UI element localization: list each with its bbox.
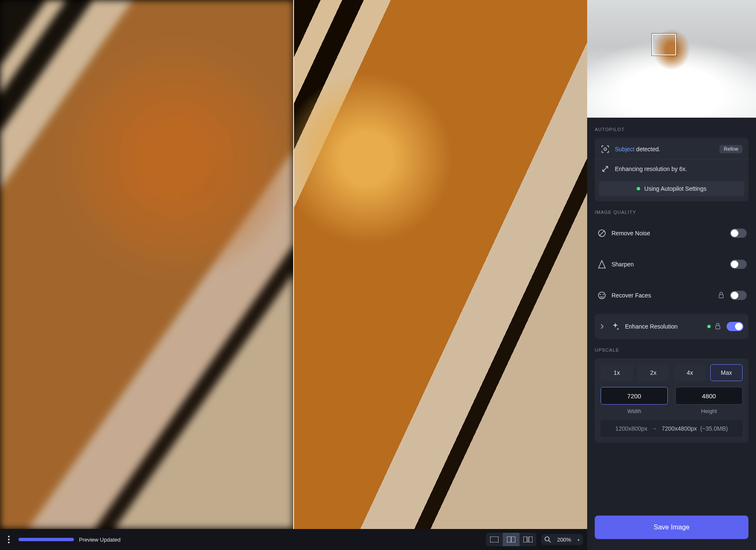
sharpen-row: Sharpen <box>595 252 748 277</box>
noise-icon <box>596 228 607 239</box>
svg-point-8 <box>545 537 549 541</box>
zoom-value: 200% <box>555 537 573 543</box>
view-side-by-side-button[interactable] <box>520 533 536 546</box>
zoom-icon <box>544 536 551 543</box>
thumbnail-viewport-box[interactable] <box>652 34 676 55</box>
status-dot-icon <box>707 325 711 328</box>
lock-icon <box>715 323 722 330</box>
save-image-button[interactable]: Save Image <box>595 516 748 539</box>
thumbnail-navigator[interactable] <box>587 0 756 118</box>
chevron-right-icon <box>600 324 607 329</box>
sharpen-toggle[interactable] <box>730 260 747 269</box>
refine-button[interactable]: Refine <box>719 145 743 153</box>
enhance-resolution-text: Enhancing resolution by 6x. <box>615 166 687 172</box>
svg-rect-15 <box>719 295 723 298</box>
upscale-card: 1x 2x 4x Max 7200 Width 4800 Height <box>595 358 748 443</box>
svg-point-10 <box>604 148 606 150</box>
scale-1x-button[interactable]: 1x <box>601 364 633 381</box>
autopilot-heading: AUTOPILOT <box>595 127 748 132</box>
face-icon <box>596 290 607 301</box>
svg-point-12 <box>598 292 605 299</box>
sharpen-icon <box>596 259 607 270</box>
svg-point-2 <box>8 542 10 543</box>
preview-after-image <box>294 0 587 529</box>
bottom-toolbar: Preview Updated 200% ▲ <box>0 529 587 550</box>
status-dot-icon <box>637 187 640 190</box>
scale-2x-button[interactable]: 2x <box>637 364 669 381</box>
lock-icon <box>718 292 726 299</box>
scale-4x-button[interactable]: 4x <box>674 364 706 381</box>
preview-pane: Preview Updated 200% ▲ <box>0 0 587 550</box>
preview-canvas[interactable] <box>0 0 587 529</box>
svg-rect-3 <box>490 537 499 542</box>
subject-detected-text: Subject detected. <box>615 146 660 153</box>
progress-fill <box>18 538 74 541</box>
recover-faces-toggle[interactable] <box>730 291 747 300</box>
arrow-icon: → <box>651 425 657 432</box>
enhance-resolution-toggle[interactable] <box>727 322 743 331</box>
preview-before-image <box>0 0 294 529</box>
enhance-resolution-row[interactable]: Enhance Resolution <box>595 314 748 339</box>
side-panel: AUTOPILOT Subject detected. Refine Enhan… <box>587 0 756 550</box>
progress-bar <box>18 538 74 541</box>
image-quality-heading: IMAGE QUALITY <box>595 210 748 215</box>
more-vert-icon <box>8 536 10 543</box>
to-resolution: 7200x4800px <box>662 425 697 432</box>
single-view-icon <box>490 537 499 542</box>
svg-rect-6 <box>523 537 527 542</box>
expand-icon <box>601 164 610 174</box>
remove-noise-row: Remove Noise <box>595 221 748 246</box>
status-text: Preview Updated <box>79 537 121 543</box>
resolution-summary: 1200x800px → 7200x4800px (~35.0MB) <box>601 420 743 437</box>
subject-link[interactable]: Subject <box>615 146 635 153</box>
zoom-control[interactable]: 200% ▲ <box>541 534 583 545</box>
scale-factor-group: 1x 2x 4x Max <box>601 364 743 381</box>
autopilot-card: Subject detected. Refine Enhancing resol… <box>595 138 748 201</box>
enhance-resolution-label: Enhance Resolution <box>625 323 707 330</box>
compare-divider[interactable] <box>293 0 294 529</box>
subject-detect-icon <box>601 145 610 154</box>
svg-line-9 <box>549 541 551 543</box>
recover-faces-label: Recover Faces <box>612 292 718 299</box>
scale-max-button[interactable]: Max <box>710 364 743 381</box>
svg-point-14 <box>603 295 604 295</box>
view-split-button[interactable] <box>503 533 520 546</box>
view-mode-group <box>486 533 536 546</box>
svg-rect-16 <box>716 326 720 329</box>
remove-noise-label: Remove Noise <box>612 230 730 237</box>
svg-point-0 <box>8 536 10 537</box>
autopilot-settings-label: Using Autopilot Settings <box>644 185 706 192</box>
recover-faces-row: Recover Faces <box>595 283 748 308</box>
sharpen-label: Sharpen <box>612 261 730 268</box>
height-input[interactable]: 4800 <box>675 387 743 405</box>
caret-up-icon: ▲ <box>577 537 580 542</box>
dual-view-icon <box>523 537 533 542</box>
from-resolution: 1200x800px <box>615 425 647 432</box>
more-menu-button[interactable] <box>4 533 13 546</box>
width-label: Width <box>627 408 641 414</box>
autopilot-settings-button[interactable]: Using Autopilot Settings <box>599 181 744 196</box>
svg-point-13 <box>601 295 601 295</box>
view-single-button[interactable] <box>486 533 503 546</box>
svg-point-1 <box>8 539 10 540</box>
remove-noise-toggle[interactable] <box>730 229 747 238</box>
upscale-heading: UPSCALE <box>595 347 748 353</box>
width-input[interactable]: 7200 <box>601 387 668 405</box>
sparkle-icon <box>610 321 621 332</box>
split-view-icon <box>507 537 515 542</box>
svg-rect-7 <box>529 537 533 542</box>
file-size-estimate: (~35.0MB) <box>700 425 728 432</box>
height-label: Height <box>701 408 717 414</box>
